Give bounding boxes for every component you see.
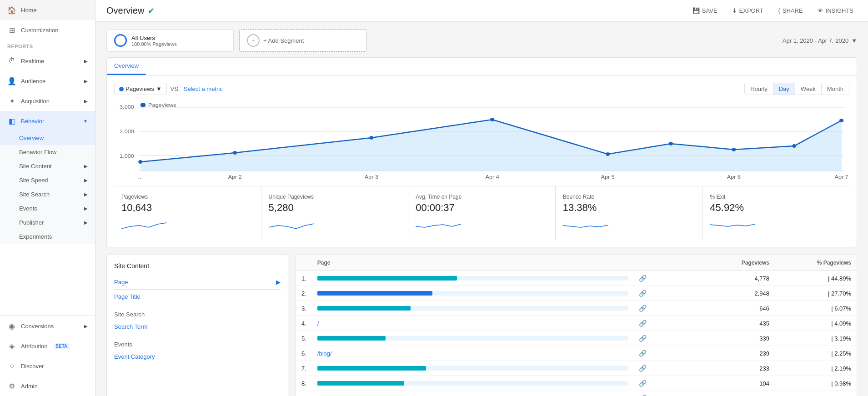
sidebar-experiments-label: Experiments	[19, 233, 52, 240]
metric-pct-exit-label: % Exit	[710, 194, 842, 200]
table-row[interactable]: 1.🔗4,778| 44.89%	[296, 271, 857, 286]
sidebar-item-site-search[interactable]: Site Search ▶	[0, 187, 95, 201]
segment-row: All Users 100.00% Pageviews + + Add Segm…	[106, 29, 857, 52]
svg-point-16	[839, 119, 843, 122]
segment-all-users[interactable]: All Users 100.00% Pageviews	[106, 29, 234, 52]
sidebar-item-experiments[interactable]: Experiments	[0, 230, 95, 244]
sidebar-behavior-label: Behavior	[21, 118, 44, 125]
row-num: 9.	[296, 391, 312, 396]
row-link-icon[interactable]: 🔗	[633, 316, 652, 331]
search-term-link[interactable]: Search Term	[114, 320, 281, 334]
publisher-expand-icon: ▶	[84, 220, 88, 225]
col-num	[296, 255, 312, 271]
export-button[interactable]: ⬇ EXPORT	[728, 5, 767, 17]
date-range-dropdown-icon: ▼	[851, 37, 857, 44]
row-num: 7.	[296, 361, 312, 376]
share-icon: ⟨	[778, 7, 780, 14]
insights-button[interactable]: 👁 INSIGHTS	[814, 5, 857, 17]
svg-point-10	[369, 136, 373, 140]
page-section-header[interactable]: Page ▶	[114, 275, 281, 290]
table-row[interactable]: 3.🔗646| 6.07%	[296, 301, 857, 316]
sidebar-item-behavior[interactable]: ◧ Behavior ▼	[0, 111, 95, 131]
col-pct-header[interactable]: % Pageviews	[775, 255, 857, 271]
table-row[interactable]: 5.🔗339| 3.19%	[296, 331, 857, 346]
table-row[interactable]: 8.🔗104| 0.98%	[296, 376, 857, 391]
sidebar-item-discover[interactable]: ○ Discover	[0, 356, 95, 376]
share-label: SHARE	[783, 7, 803, 14]
row-pct: | 0.86%	[775, 391, 857, 396]
table-row[interactable]: 2.🔗2,948| 27.70%	[296, 286, 857, 301]
time-btn-day[interactable]: Day	[773, 83, 795, 95]
row-link-icon[interactable]: 🔗	[633, 301, 652, 316]
page-title-link[interactable]: Page Title	[114, 290, 281, 304]
row-link-icon[interactable]: 🔗	[633, 331, 652, 346]
row-pageviews: 339	[652, 331, 775, 346]
sidebar-item-acquisition[interactable]: ✦ Acquisition ▶	[0, 91, 95, 111]
select-metric-link[interactable]: Select a metric	[184, 85, 223, 92]
tab-overview[interactable]: Overview	[107, 58, 146, 75]
sidebar-item-realtime[interactable]: ⏱ Realtime ▶	[0, 51, 95, 71]
table-row[interactable]: 6./blog/🔗239| 2.25%	[296, 346, 857, 361]
table-header: Page Pageviews % Pageviews	[296, 255, 857, 271]
sidebar-item-conversions[interactable]: ◉ Conversions ▶	[0, 316, 95, 336]
sidebar-item-publisher[interactable]: Publisher ▶	[0, 216, 95, 230]
page-section-label: Page	[114, 279, 128, 286]
table-row[interactable]: 9.🔗91| 0.86%	[296, 391, 857, 396]
metric-avg-time: Avg. Time on Page 00:00:37	[408, 186, 556, 240]
metric-pct-exit-value: 45.92%	[710, 202, 842, 214]
col-page-header[interactable]: Page	[312, 255, 634, 271]
row-page	[312, 286, 634, 301]
insights-label: INSIGHTS	[826, 7, 853, 14]
metric-unique-pageviews-label: Unique Pageviews	[269, 194, 401, 200]
row-page	[312, 301, 634, 316]
metric-avg-time-value: 00:00:37	[416, 202, 548, 214]
row-pageviews: 239	[652, 346, 775, 361]
time-btn-month[interactable]: Month	[822, 83, 849, 95]
sidebar-site-search-label: Site Search	[19, 191, 50, 198]
sidebar-conversions-label: Conversions	[21, 323, 54, 330]
date-range-picker[interactable]: Apr 1, 2020 - Apr 7, 2020 ▼	[783, 37, 857, 44]
site-search-label: Site Search	[114, 307, 281, 320]
behavior-submenu: Overview Behavior Flow Site Content ▶ Si…	[0, 131, 95, 244]
time-buttons: Hourly Day Week Month	[744, 83, 849, 95]
sparkline-exit	[710, 217, 755, 231]
sidebar-item-events[interactable]: Events ▶	[0, 201, 95, 216]
add-segment-button[interactable]: + + Add Segment	[239, 29, 366, 52]
table-row[interactable]: 7.🔗233| 2.19%	[296, 361, 857, 376]
svg-text:3,000: 3,000	[120, 104, 134, 110]
metric-dropdown-icon: ▼	[156, 85, 162, 92]
sidebar-item-home[interactable]: 🏠 Home	[0, 0, 95, 20]
sidebar-item-customization[interactable]: ⊞ Customization	[0, 20, 95, 40]
row-link-icon[interactable]: 🔗	[633, 286, 652, 301]
site-content-expand-icon: ▶	[84, 164, 88, 169]
save-button[interactable]: 💾 SAVE	[689, 5, 721, 17]
external-link-icon: 🔗	[639, 320, 647, 327]
table-body: 1.🔗4,778| 44.89%2.🔗2,948| 27.70%3.🔗646| …	[296, 271, 857, 396]
col-pageviews-header[interactable]: Pageviews	[652, 255, 775, 271]
sidebar-item-admin[interactable]: ⚙ Admin	[0, 376, 95, 396]
row-link-icon[interactable]: 🔗	[633, 376, 652, 391]
row-link-icon[interactable]: 🔗	[633, 346, 652, 361]
event-category-link[interactable]: Event Category	[114, 350, 281, 364]
sidebar-item-audience[interactable]: 👤 Audience ▶	[0, 71, 95, 91]
share-button[interactable]: ⟨ SHARE	[774, 5, 807, 17]
row-link-icon[interactable]: 🔗	[633, 391, 652, 396]
external-link-icon: 🔗	[639, 350, 647, 357]
row-link-icon[interactable]: 🔗	[633, 271, 652, 286]
sidebar-item-overview[interactable]: Overview	[0, 131, 95, 145]
tab-content: Pageviews ▼ VS. Select a metric Hourly D…	[107, 75, 857, 247]
row-link-icon[interactable]: 🔗	[633, 361, 652, 376]
sidebar-item-behavior-flow[interactable]: Behavior Flow	[0, 145, 95, 159]
sidebar-item-site-speed[interactable]: Site Speed ▶	[0, 173, 95, 187]
sidebar-item-attribution[interactable]: ◈ Attribution BETA	[0, 336, 95, 356]
metric-unique-pageviews-value: 5,280	[269, 202, 401, 214]
metric-dropdown[interactable]: Pageviews ▼	[114, 83, 167, 95]
sidebar-item-site-content[interactable]: Site Content ▶	[0, 159, 95, 173]
table-row[interactable]: 4./🔗435| 4.09%	[296, 316, 857, 331]
tab-header: Overview	[107, 58, 857, 75]
sparkline-unique	[269, 217, 314, 231]
time-btn-hourly[interactable]: Hourly	[745, 83, 773, 95]
sidebar-site-content-label: Site Content	[19, 163, 52, 170]
svg-text:Apr 2: Apr 2	[228, 174, 241, 180]
time-btn-week[interactable]: Week	[795, 83, 822, 95]
